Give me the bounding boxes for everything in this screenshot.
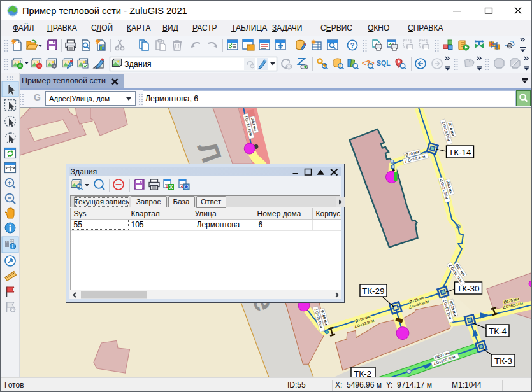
svg-text:Здания: Здания xyxy=(124,60,151,69)
svg-text:ТК-30: ТК-30 xyxy=(457,284,480,293)
svg-text:SQL: SQL xyxy=(377,59,391,67)
svg-text:ТК-14: ТК-14 xyxy=(449,148,471,157)
svg-text:ТК-3: ТК-3 xyxy=(494,356,512,366)
svg-text:ТК-4: ТК-4 xyxy=(489,326,507,336)
svg-text:X: X xyxy=(169,183,173,190)
svg-text:ТК-2: ТК-2 xyxy=(354,369,371,378)
svg-text:ТК-29: ТК-29 xyxy=(362,286,385,296)
svg-text:?: ? xyxy=(350,41,354,49)
